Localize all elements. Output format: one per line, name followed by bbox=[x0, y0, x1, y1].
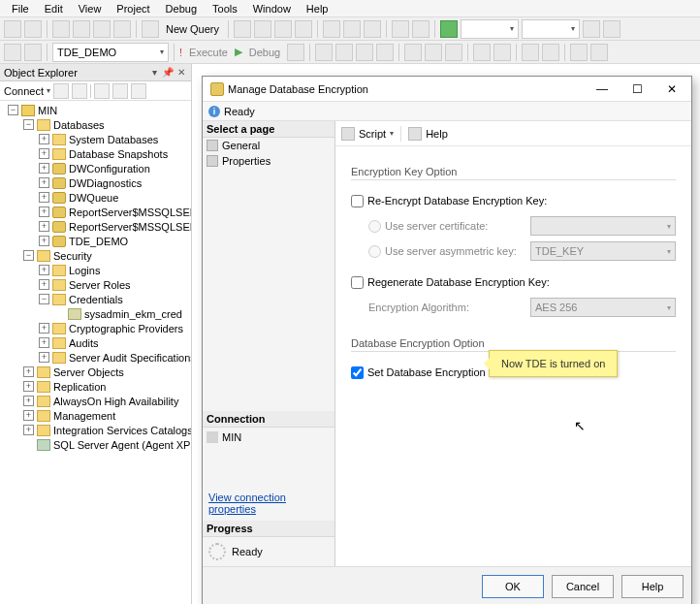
tree-node-management[interactable]: +Management bbox=[0, 408, 191, 423]
tree-node-databases[interactable]: −Databases bbox=[0, 117, 191, 132]
paste-icon[interactable] bbox=[364, 20, 381, 38]
toolbar-icon[interactable] bbox=[425, 44, 442, 61]
tree-node-replication[interactable]: +Replication bbox=[0, 379, 191, 394]
tree-node-rs2[interactable]: +ReportServer$MSSQLSERVER bbox=[0, 219, 191, 234]
toolbar-icon[interactable] bbox=[24, 44, 42, 61]
expand-icon[interactable]: + bbox=[39, 163, 49, 174]
regen-checkbox[interactable]: Regenerate Database Encryption Key: bbox=[351, 276, 550, 289]
expand-icon[interactable]: + bbox=[23, 410, 34, 421]
toolbar-icon[interactable] bbox=[590, 44, 608, 61]
menu-debug[interactable]: Debug bbox=[158, 2, 205, 15]
expand-icon[interactable]: + bbox=[39, 265, 49, 275]
open-icon[interactable] bbox=[73, 20, 90, 38]
tree-node-tdedemo[interactable]: +TDE_DEMO bbox=[0, 234, 191, 248]
expand-icon[interactable]: + bbox=[39, 323, 49, 334]
refresh-icon[interactable] bbox=[112, 83, 128, 99]
menu-file[interactable]: File bbox=[4, 2, 37, 15]
expand-icon[interactable]: + bbox=[39, 337, 49, 348]
toolbar-icon[interactable] bbox=[445, 44, 462, 61]
page-general[interactable]: General bbox=[203, 138, 334, 153]
tree-node-rs1[interactable]: +ReportServer$MSSQLSERVER bbox=[0, 205, 191, 219]
collapse-icon[interactable]: − bbox=[23, 119, 34, 130]
expand-icon[interactable]: + bbox=[23, 425, 34, 435]
collapse-icon[interactable]: − bbox=[8, 105, 18, 115]
tree-node-agent[interactable]: SQL Server Agent (Agent XPs disabl bbox=[0, 437, 191, 452]
menu-edit[interactable]: Edit bbox=[37, 2, 71, 15]
connect-button[interactable]: Connect bbox=[4, 85, 44, 97]
close-button[interactable]: ✕ bbox=[660, 80, 684, 98]
tree-node-dwqueue[interactable]: +DWQueue bbox=[0, 190, 191, 205]
collapse-icon[interactable]: − bbox=[39, 294, 49, 304]
dropdown-icon[interactable]: ▾ bbox=[148, 67, 160, 79]
save-icon[interactable] bbox=[93, 20, 111, 38]
toolbar-icon[interactable] bbox=[603, 20, 620, 38]
execute-button[interactable]: Execute bbox=[185, 47, 232, 58]
chevron-down-icon[interactable]: ▾ bbox=[47, 86, 50, 95]
stop-icon[interactable] bbox=[72, 83, 87, 99]
menu-window[interactable]: Window bbox=[245, 2, 299, 15]
parse-icon[interactable] bbox=[315, 44, 333, 61]
object-tree[interactable]: −MIN −Databases +System Databases +Datab… bbox=[0, 101, 191, 604]
execute-icon[interactable]: ! bbox=[179, 47, 182, 58]
tree-node-alwayson[interactable]: +AlwaysOn High Availability bbox=[0, 394, 191, 408]
tree-node-server-objects[interactable]: +Server Objects bbox=[0, 365, 191, 379]
expand-icon[interactable]: + bbox=[23, 381, 34, 392]
pin-icon[interactable]: 📌 bbox=[162, 67, 174, 79]
menu-help[interactable]: Help bbox=[299, 2, 336, 15]
tree-node-server[interactable]: −MIN bbox=[0, 103, 191, 117]
dialog-titlebar[interactable]: Manage Database Encryption — ☐ ✕ bbox=[203, 77, 691, 102]
config-dropdown2[interactable]: ▾ bbox=[522, 19, 580, 39]
cut-icon[interactable] bbox=[323, 20, 340, 38]
outdent-icon[interactable] bbox=[542, 44, 559, 61]
toolbar-icon[interactable] bbox=[335, 44, 353, 61]
tree-node-sysadmin[interactable]: sysadmin_ekm_cred bbox=[0, 306, 191, 321]
script-button[interactable]: Script bbox=[359, 128, 386, 140]
menu-view[interactable]: View bbox=[71, 2, 110, 15]
run-icon[interactable] bbox=[440, 20, 458, 38]
toolbar-icon[interactable] bbox=[356, 44, 373, 61]
expand-icon[interactable]: + bbox=[23, 366, 34, 377]
tree-node-dwconfig[interactable]: +DWConfiguration bbox=[0, 161, 191, 175]
use-cert-radio[interactable]: Use server certificate: bbox=[368, 220, 530, 233]
nav-fwd-icon[interactable] bbox=[24, 20, 42, 38]
redo-icon[interactable] bbox=[412, 20, 430, 38]
tree-node-crypto[interactable]: +Cryptographic Providers bbox=[0, 321, 191, 335]
expand-icon[interactable]: + bbox=[39, 279, 49, 290]
tree-node-serverroles[interactable]: +Server Roles bbox=[0, 277, 191, 292]
reencrypt-checkbox-input[interactable] bbox=[351, 195, 364, 207]
reencrypt-checkbox[interactable]: Re-Encrypt Database Encryption Key: bbox=[351, 195, 547, 207]
expand-icon[interactable]: + bbox=[39, 177, 49, 188]
tree-node-credentials[interactable]: −Credentials bbox=[0, 292, 191, 306]
collapse-icon[interactable]: − bbox=[23, 250, 34, 261]
tree-node-sysdb[interactable]: +System Databases bbox=[0, 132, 191, 146]
set-encryption-checkbox-input[interactable] bbox=[351, 366, 364, 379]
expand-icon[interactable]: + bbox=[39, 134, 49, 144]
database-dropdown[interactable]: TDE_DEMO▾ bbox=[52, 43, 169, 62]
toolbar-icon[interactable] bbox=[274, 20, 292, 38]
menu-project[interactable]: Project bbox=[109, 2, 157, 15]
new-query-icon[interactable] bbox=[142, 20, 159, 38]
new-project-icon[interactable] bbox=[52, 20, 70, 38]
new-query-button[interactable]: New Query bbox=[162, 23, 223, 35]
toolbar-icon[interactable] bbox=[4, 44, 21, 61]
chevron-down-icon[interactable]: ▾ bbox=[390, 129, 394, 138]
expand-icon[interactable]: + bbox=[39, 148, 49, 159]
debug-button[interactable]: Debug bbox=[245, 47, 284, 58]
regen-checkbox-input[interactable] bbox=[351, 276, 364, 289]
help-button[interactable]: Help bbox=[621, 575, 684, 598]
close-icon[interactable]: ✕ bbox=[175, 67, 187, 79]
config-dropdown[interactable]: ▾ bbox=[461, 19, 519, 39]
cancel-button[interactable]: Cancel bbox=[552, 575, 614, 598]
indent-icon[interactable] bbox=[522, 44, 539, 61]
toolbar-icon[interactable] bbox=[295, 20, 312, 38]
copy-icon[interactable] bbox=[343, 20, 361, 38]
script-icon[interactable] bbox=[341, 127, 355, 141]
toolbar-icon[interactable] bbox=[376, 44, 394, 61]
undo-icon[interactable] bbox=[392, 20, 409, 38]
tree-node-audit-specs[interactable]: +Server Audit Specifications bbox=[0, 350, 191, 365]
tree-node-dwdiag[interactable]: +DWDiagnostics bbox=[0, 175, 191, 190]
view-connection-link[interactable]: View connection properties bbox=[203, 486, 334, 521]
expand-icon[interactable]: + bbox=[39, 236, 49, 246]
toolbar-icon[interactable] bbox=[254, 20, 271, 38]
menu-tools[interactable]: Tools bbox=[205, 2, 245, 15]
